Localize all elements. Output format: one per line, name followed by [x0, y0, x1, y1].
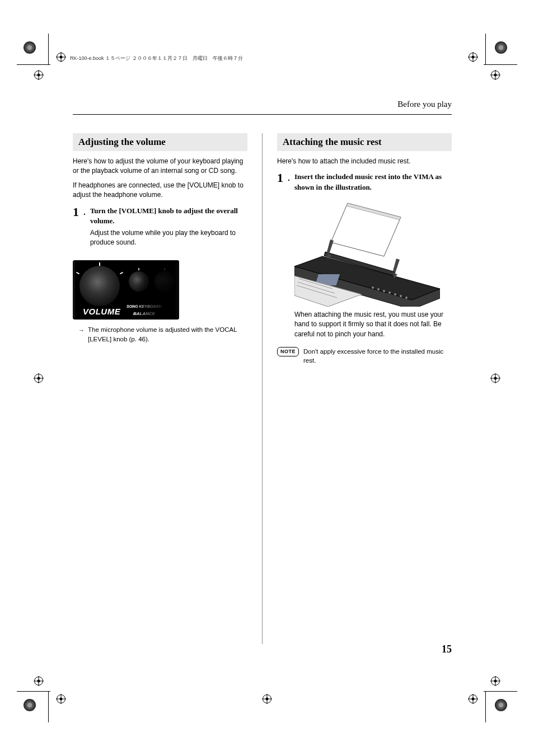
svg-point-56 — [383, 290, 385, 292]
balance-knob-icon — [129, 271, 149, 292]
registration-mark-icon — [56, 52, 66, 62]
footnote-text: The microphone volume is adjusted with t… — [88, 325, 247, 345]
svg-point-19 — [266, 698, 269, 701]
step-heading: Insert the included music rest into the … — [294, 172, 452, 192]
crop-line — [484, 691, 517, 692]
step-number: 1 — [73, 206, 79, 251]
volume-knob-icon — [79, 266, 120, 306]
crop-line — [485, 34, 486, 64]
crop-line — [17, 64, 50, 65]
svg-point-35 — [494, 377, 497, 379]
step-heading: Turn the [VOLUME] knob to adjust the ove… — [90, 206, 247, 226]
svg-point-54 — [372, 287, 374, 289]
note-text: Don't apply excessive force to the insta… — [303, 347, 452, 365]
content-area: Adjusting the volume Here's how to adjus… — [73, 133, 452, 644]
step-dot: . — [288, 172, 290, 342]
book-header: RK-100-e.book １５ページ ２００６年１１月２７日 月曜日 午後６時… — [70, 55, 243, 62]
registration-mark-icon — [262, 694, 272, 704]
intro-text: Here's how to adjust the volume of your … — [73, 157, 247, 176]
volume-label: VOLUME — [83, 307, 120, 316]
step-number: 1 — [277, 172, 283, 342]
right-column: Attaching the music rest Here's how to a… — [277, 133, 452, 644]
svg-point-11 — [60, 698, 63, 701]
header-rule — [73, 114, 452, 115]
svg-point-58 — [394, 293, 396, 295]
registration-mark-icon — [490, 373, 500, 383]
svg-point-23 — [38, 74, 40, 77]
svg-point-43 — [494, 680, 497, 683]
svg-point-15 — [472, 698, 475, 701]
music-rest-illustration — [294, 200, 440, 307]
footnote: → The microphone volume is adjusted with… — [78, 325, 247, 345]
step-dot: . — [83, 206, 86, 251]
note-badge: NOTE — [277, 347, 299, 356]
registration-mark-icon — [34, 676, 44, 686]
page-header-title: Before you play — [397, 100, 452, 109]
svg-point-55 — [377, 288, 380, 290]
step-item: 1. Turn the [VOLUME] knob to adjust the … — [73, 206, 247, 251]
balance-knob-icon — [154, 271, 175, 292]
section-title-volume: Adjusting the volume — [73, 133, 247, 151]
book-header-text: RK-100-e.book １５ページ ２００６年１１月２７日 月曜日 午後６時… — [70, 55, 243, 62]
crop-line — [48, 692, 49, 722]
song-keyboard-label: SONG KEYBOARD — [127, 304, 162, 308]
svg-point-3 — [60, 56, 63, 59]
crop-mark-bottom-left — [24, 699, 39, 715]
svg-point-59 — [400, 295, 402, 297]
intro-text: Here's how to attach the included music … — [277, 157, 452, 166]
intro-text: If headphones are connected, use the [VO… — [73, 181, 247, 200]
registration-mark-icon — [468, 52, 478, 62]
step-body-text: Adjust the volume while you play the key… — [90, 228, 247, 248]
registration-mark-icon — [468, 694, 478, 704]
left-column: Adjusting the volume Here's how to adjus… — [73, 133, 247, 644]
svg-point-60 — [405, 297, 407, 299]
registration-mark-icon — [56, 694, 66, 704]
arrow-icon: → — [78, 325, 85, 345]
volume-knob-illustration: SONG KEYBOARD VOLUME BALANCE — [73, 260, 179, 320]
crop-mark-bottom-right — [495, 699, 510, 715]
crop-line — [17, 691, 50, 692]
svg-point-27 — [494, 74, 497, 77]
music-rest-svg — [294, 200, 440, 307]
registration-mark-icon — [490, 70, 500, 80]
crop-line — [485, 692, 486, 722]
section-title-music-rest: Attaching the music rest — [277, 133, 452, 151]
svg-point-39 — [38, 680, 40, 683]
registration-mark-icon — [34, 70, 44, 80]
step-item: 1. Insert the included music rest into t… — [277, 172, 452, 342]
crop-mark-top-right — [495, 41, 510, 57]
crop-line — [48, 34, 49, 64]
svg-point-57 — [388, 292, 391, 294]
registration-mark-icon — [490, 676, 500, 686]
page-number: 15 — [442, 644, 452, 655]
column-divider — [262, 133, 263, 644]
balance-label: BALANCE — [133, 311, 155, 316]
crop-mark-top-left — [24, 41, 39, 57]
note-row: NOTE Don't apply excessive force to the … — [277, 347, 452, 365]
svg-point-7 — [472, 56, 475, 59]
registration-mark-icon — [34, 373, 44, 383]
crop-line — [484, 64, 517, 65]
svg-point-31 — [38, 377, 40, 379]
caution-text: When attaching the music rest, you must … — [294, 310, 452, 339]
